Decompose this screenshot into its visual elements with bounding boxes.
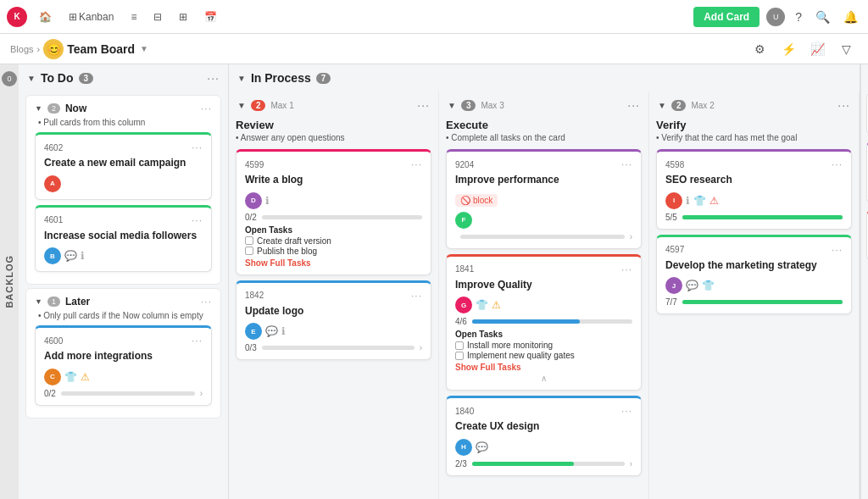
verify-title: Verify — [649, 119, 859, 133]
kanban-icon: ⊞ — [69, 11, 77, 23]
todo-collapse-arrow[interactable]: ▼ — [27, 74, 36, 83]
card-1842-chevron[interactable]: › — [420, 343, 422, 352]
sub-column-execute: ▼ 3 Max 3 ··· Execute • Complete all tas… — [439, 91, 649, 499]
task-checkbox-4[interactable] — [455, 352, 464, 360]
task-checkbox-3[interactable] — [455, 341, 464, 350]
second-bar-actions: ⚙ ⚡ 📈 ▽ — [748, 37, 858, 61]
card-4601-menu[interactable]: ··· — [192, 214, 203, 226]
card-1841-shirt: 👕 — [476, 299, 488, 311]
comment-icon: 💬 — [64, 250, 77, 262]
card-1841-task-1: Install more monitoring — [455, 341, 632, 350]
search-icon[interactable]: 🔍 — [812, 7, 833, 27]
calendar-view-btn[interactable]: 📅 — [199, 8, 222, 26]
review-menu[interactable]: ··· — [417, 98, 430, 112]
chart-icon[interactable]: 📈 — [805, 37, 829, 61]
done-header: ▼ 2 — [861, 64, 868, 89]
card-4598-header: 4598 ··· — [665, 158, 843, 170]
settings-icon[interactable]: ⚙ — [748, 37, 771, 61]
card-4599-progress-label: 0/2 — [245, 213, 257, 222]
verify-arrow[interactable]: ▼ — [658, 101, 666, 110]
notifications-icon[interactable]: 🔔 — [840, 7, 861, 27]
card-4599-task-2: Publish the blog — [245, 247, 422, 256]
show-full-tasks-4599[interactable]: Show Full Tasks — [245, 258, 422, 268]
card-9204-menu[interactable]: ··· — [621, 158, 632, 170]
card-4599-id: 4599 — [245, 160, 264, 169]
verify-body: • Verify that the card has met the goal … — [649, 133, 859, 499]
now-arrow[interactable]: ▼ — [35, 104, 42, 113]
card-4599-menu[interactable]: ··· — [411, 158, 422, 170]
sub-column-verify: ▼ 2 Max 2 ··· Verify • Verify that the c… — [649, 91, 860, 499]
card-4598-id: 4598 — [665, 160, 684, 169]
card-4602-menu[interactable]: ··· — [192, 141, 203, 153]
now-menu[interactable]: ··· — [201, 103, 212, 114]
review-max: Max 1 — [270, 101, 293, 110]
execute-menu[interactable]: ··· — [627, 98, 640, 112]
card-4597-header: 4597 ··· — [665, 244, 843, 256]
kanban-tab[interactable]: ⊞ Kanban — [64, 8, 119, 26]
backlog-badge: 0 — [2, 71, 17, 86]
card-1842-progress: 0/3 › — [245, 343, 422, 352]
filter-icon[interactable]: ⚡ — [776, 37, 800, 61]
lane-now: ▼ 2 Now ··· • Pull cards from this colum… — [25, 95, 221, 285]
card-1840-menu[interactable]: ··· — [621, 405, 632, 417]
card-1842-menu[interactable]: ··· — [411, 290, 422, 302]
backlog-panel[interactable]: 0 Backlog — [0, 64, 19, 499]
card-1841-progress-label: 4/6 — [455, 317, 467, 326]
now-badge: 2 — [47, 103, 60, 114]
card-4599-open-tasks-label: Open Tasks — [245, 225, 422, 235]
grid-view-btn[interactable]: ⊞ — [174, 8, 192, 26]
split-view-btn[interactable]: ⊟ — [148, 8, 167, 26]
card-1841-menu[interactable]: ··· — [621, 263, 632, 275]
card-4600-progress-label: 0/2 — [44, 389, 56, 398]
card-1841-progress: 4/6 — [455, 317, 632, 326]
second-bar: Blogs › 😊 Team Board ▼ ⚙ ⚡ 📈 ▽ — [0, 34, 868, 64]
todo-menu[interactable]: ··· — [207, 71, 220, 85]
card-1841-progress-bar — [472, 319, 632, 324]
verify-menu[interactable]: ··· — [837, 98, 850, 112]
inprocess-arrow[interactable]: ▼ — [237, 74, 246, 83]
card-4599-avatar: D — [245, 192, 262, 209]
card-4600-id: 4600 — [44, 336, 63, 346]
show-full-tasks-1841[interactable]: Show Full Tasks — [455, 363, 632, 372]
task-2-label: Publish the blog — [257, 247, 317, 256]
card-4601-id: 4601 — [44, 215, 63, 225]
card-4601-header: 4601 ··· — [44, 214, 203, 226]
board-dropdown-icon[interactable]: ▼ — [140, 44, 148, 53]
card-1840-chevron[interactable]: › — [630, 459, 632, 469]
card-4598-menu[interactable]: ··· — [832, 158, 843, 170]
card-4600-menu[interactable]: ··· — [192, 335, 203, 347]
task-1-label: Create draft version — [257, 236, 331, 246]
card-1842-progress-bar — [262, 346, 415, 350]
later-arrow[interactable]: ▼ — [35, 297, 42, 306]
breadcrumb-home[interactable]: 🏠 — [34, 8, 57, 26]
collapse-icon-1841[interactable]: ∧ — [455, 374, 632, 383]
help-icon[interactable]: ? — [792, 7, 805, 27]
card-4598-progress-fill — [682, 215, 843, 219]
board-title: Team Board — [67, 42, 135, 56]
card-4597-progress: 7/7 — [665, 297, 843, 307]
review-header: ▼ 2 Max 1 ··· — [229, 91, 438, 119]
task-checkbox-1[interactable] — [245, 236, 253, 245]
card-4597-menu[interactable]: ··· — [832, 244, 843, 256]
list-view-btn[interactable]: ≡ — [125, 8, 142, 26]
later-menu[interactable]: ··· — [201, 296, 212, 308]
add-card-button[interactable]: Add Card — [693, 7, 760, 27]
lane-later: ▼ 1 Later ··· • Only pull cards if the N… — [25, 288, 221, 419]
verify-badge: 2 — [671, 100, 687, 111]
funnel-icon[interactable]: ▽ — [834, 37, 858, 61]
column-todo-header: ▼ To Do 3 ··· — [19, 64, 228, 91]
card-4598-shirt: 👕 — [693, 195, 706, 207]
card-4602-id: 4602 — [44, 143, 63, 152]
card-4600-chevron[interactable]: › — [200, 389, 203, 398]
execute-body: • Complete all tasks on the card 9204 ··… — [439, 133, 648, 499]
user-avatar: U — [766, 8, 785, 26]
task-checkbox-2[interactable] — [245, 247, 253, 255]
review-arrow[interactable]: ▼ — [237, 101, 246, 110]
execute-arrow[interactable]: ▼ — [448, 101, 456, 110]
card-9204-chevron[interactable]: › — [630, 232, 632, 241]
top-bar: K 🏠 ⊞ Kanban ≡ ⊟ ⊞ 📅 Add Card U ? 🔍 🔔 — [0, 0, 868, 34]
card-1842: 1842 ··· Update logo E 💬 ℹ 0/3 — [236, 280, 431, 361]
card-1840-progress: 2/3 › — [455, 459, 632, 469]
card-9204-progress-bar — [460, 235, 625, 239]
card-4597-id: 4597 — [665, 245, 684, 254]
